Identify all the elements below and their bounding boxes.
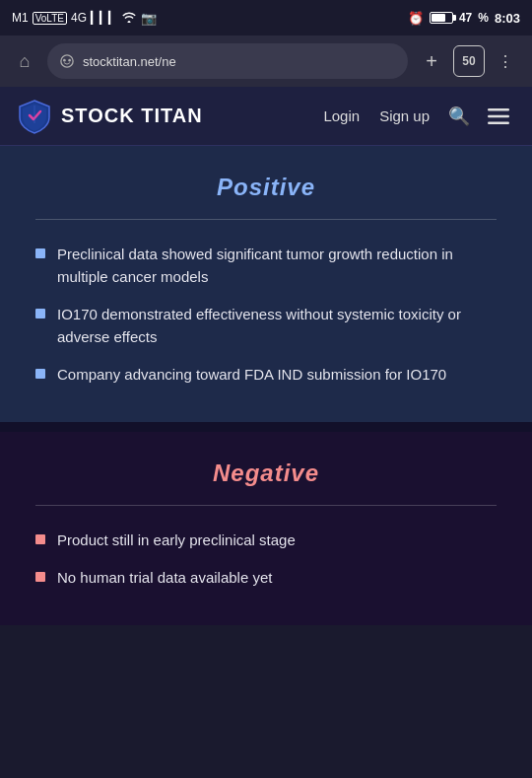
positive-bullet-list: Preclinical data showed significant tumo…: [35, 244, 497, 387]
logo-text: STOCK TITAN: [61, 105, 203, 127]
main-content: Positive Preclinical data showed signifi…: [0, 146, 532, 625]
logo-shield-icon: [16, 98, 53, 135]
list-item: Company advancing toward FDA IND submiss…: [35, 364, 497, 387]
browser-bar: ⌂ stocktitan.net/ne + 50 ⋮: [0, 35, 532, 87]
svg-rect-3: [488, 108, 509, 111]
svg-point-2: [68, 59, 71, 62]
positive-bullet-1-text: Preclinical data showed significant tumo…: [57, 244, 497, 288]
tabs-count-button[interactable]: 50: [453, 45, 485, 77]
status-bar: M1 VoLTE 4G ▎▎▎ 📷 ⏰ 47% 8:03: [0, 0, 532, 35]
tabs-count-label: 50: [462, 54, 475, 68]
positive-divider: [35, 219, 497, 220]
negative-divider: [35, 505, 497, 506]
navbar: STOCK TITAN Login Sign up 🔍: [0, 87, 532, 146]
negative-bullet-1-text: Product still in early preclinical stage: [57, 530, 296, 552]
hamburger-icon: [488, 108, 509, 124]
positive-section: Positive Preclinical data showed signifi…: [0, 146, 532, 422]
signal-bars-icon: ▎▎▎: [91, 11, 117, 25]
negative-section: Negative Product still in early preclini…: [0, 432, 532, 625]
nav-links: Login Sign up 🔍: [315, 99, 516, 134]
network-type-label: 4G: [71, 11, 87, 25]
security-icon: [59, 53, 75, 69]
search-button[interactable]: 🔍: [441, 99, 477, 134]
url-text: stocktitan.net/ne: [83, 54, 176, 69]
positive-title: Positive: [35, 174, 497, 201]
list-item: No human trial data available yet: [35, 567, 497, 590]
negative-bullet-list: Product still in early preclinical stage…: [35, 530, 497, 590]
bullet-icon: [35, 572, 45, 582]
svg-point-1: [63, 59, 66, 62]
browser-actions: + 50 ⋮: [416, 45, 522, 77]
signup-link[interactable]: Sign up: [371, 102, 437, 130]
bullet-icon: [35, 369, 45, 379]
wifi-icon: [121, 11, 137, 26]
battery-percent: 47: [459, 11, 472, 25]
svg-rect-4: [488, 114, 509, 117]
browser-menu-button[interactable]: ⋮: [491, 45, 522, 77]
volte-label: VoLTE: [33, 12, 67, 25]
positive-bullet-3-text: Company advancing toward FDA IND submiss…: [57, 364, 446, 387]
instagram-icon: 📷: [141, 11, 157, 26]
negative-bullet-2-text: No human trial data available yet: [57, 567, 272, 590]
new-tab-button[interactable]: +: [416, 45, 447, 77]
status-left: M1 VoLTE 4G ▎▎▎ 📷: [12, 11, 157, 26]
time-display: 8:03: [495, 11, 520, 26]
home-button[interactable]: ⌂: [10, 46, 39, 76]
svg-point-0: [61, 55, 73, 67]
list-item: Preclinical data showed significant tumo…: [35, 244, 497, 288]
list-item: IO170 demonstrated effectiveness without…: [35, 304, 497, 348]
hamburger-menu-button[interactable]: [481, 99, 516, 134]
negative-title: Negative: [35, 460, 497, 487]
bullet-icon: [35, 248, 45, 258]
list-item: Product still in early preclinical stage: [35, 530, 497, 552]
positive-bullet-2-text: IO170 demonstrated effectiveness without…: [57, 304, 497, 348]
logo-container: STOCK TITAN: [16, 98, 303, 135]
battery-indicator: [430, 12, 453, 24]
ellipsis-icon: ⋮: [498, 52, 515, 71]
bullet-icon: [35, 309, 45, 318]
url-bar[interactable]: stocktitan.net/ne: [47, 43, 408, 79]
search-icon: 🔍: [448, 106, 470, 127]
carrier-label: M1: [12, 11, 29, 25]
status-right: ⏰ 47% 8:03: [408, 11, 520, 26]
bullet-icon: [35, 534, 45, 544]
home-icon: ⌂: [20, 51, 31, 72]
plus-icon: +: [426, 50, 437, 73]
svg-rect-5: [488, 121, 509, 124]
login-link[interactable]: Login: [315, 102, 367, 130]
alarm-icon: ⏰: [408, 11, 424, 26]
section-separator: [0, 422, 532, 432]
